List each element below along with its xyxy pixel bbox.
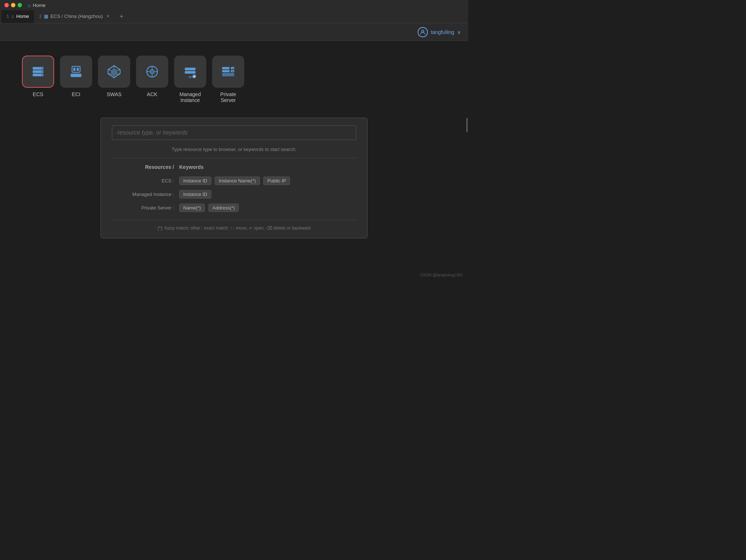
- search-hint: Type resource type to browser, or keywor…: [112, 147, 356, 152]
- username-label: tangfuiling: [431, 29, 454, 35]
- svg-point-5: [41, 71, 43, 72]
- service-icon-eci: [60, 56, 92, 88]
- tab-home[interactable]: 1 ⌂ Home: [1, 10, 34, 23]
- svg-point-6: [41, 74, 43, 76]
- window-title: ⌂ Home: [28, 3, 46, 8]
- service-label-private-server: Private Server: [220, 91, 236, 103]
- watermark: CSDN @tangfuling1991: [420, 273, 463, 277]
- keyword-instance-id-managed[interactable]: Instance ID: [179, 190, 211, 198]
- service-card-eci[interactable]: ECI: [60, 56, 92, 103]
- service-card-managed-instance[interactable]: Managed Instance: [174, 56, 206, 103]
- chevron-down-icon: ∨: [457, 29, 461, 35]
- service-label-swas: SWAS: [107, 91, 122, 97]
- keywords-managed-instance: Instance ID: [179, 188, 355, 201]
- traffic-lights: [4, 3, 22, 7]
- tab-number-2: 2: [39, 14, 42, 19]
- service-label-ecs: ECS: [33, 91, 44, 97]
- tab-number-1: 1: [7, 14, 9, 19]
- svg-rect-27: [185, 71, 195, 73]
- table-row-ecs: ECS : Instance ID Instance Name(*) Publi…: [113, 174, 355, 187]
- home-icon-tab: ⌂: [11, 14, 14, 19]
- service-card-swas[interactable]: SWAS: [98, 56, 130, 103]
- keyword-public-ip[interactable]: Public IP: [263, 177, 290, 185]
- user-avatar: [418, 27, 428, 37]
- header: tangfuiling ∨: [0, 23, 468, 41]
- keywords-private-server: Name(*) Address(*): [179, 201, 355, 214]
- service-icon-ack: [136, 56, 168, 88]
- keywords-ecs: Instance ID Instance Name(*) Public IP: [179, 174, 355, 187]
- divider-top: [112, 158, 356, 158]
- close-button[interactable]: [4, 3, 9, 7]
- svg-point-4: [41, 68, 43, 69]
- tab-close-button[interactable]: ✕: [105, 14, 111, 19]
- service-card-private-server[interactable]: Private Server: [212, 56, 244, 103]
- service-label-managed-instance: Managed Instance: [180, 91, 201, 103]
- resource-managed-instance: Managed Instance :: [113, 188, 178, 201]
- tab-ecs[interactable]: 2 ▦ ECS / China (Hangzhou) ✕: [34, 10, 116, 23]
- resources-header: Resources /: [113, 164, 178, 174]
- tab-bar: 1 ⌂ Home 2 ▦ ECS / China (Hangzhou) ✕ +: [0, 10, 468, 23]
- service-label-ack: ACK: [147, 91, 158, 97]
- service-icon-swas: [98, 56, 130, 88]
- tab-ecs-label: ECS / China (Hangzhou): [50, 14, 103, 19]
- svg-marker-12: [111, 68, 117, 76]
- scrollbar[interactable]: [466, 41, 468, 209]
- service-icon-private-server: [212, 56, 244, 88]
- resource-ecs: ECS :: [113, 174, 178, 187]
- main-content: ECS ECI: [0, 41, 468, 280]
- table-row-managed-instance: Managed Instance : Instance ID: [113, 188, 355, 201]
- resources-table: Resources / Keywords ECS : Instance ID I…: [112, 163, 356, 215]
- service-card-ack[interactable]: ACK: [136, 56, 168, 103]
- svg-rect-30: [222, 70, 230, 72]
- services-grid: ECS ECI: [22, 56, 446, 103]
- minimize-button[interactable]: [11, 3, 15, 7]
- search-footer: (*): fuzzy match; other : exact match; ↑…: [112, 226, 356, 231]
- resource-private-server: Private Server :: [113, 201, 178, 214]
- keywords-header: Keywords: [179, 164, 355, 174]
- svg-rect-7: [72, 66, 80, 72]
- svg-point-0: [422, 30, 424, 32]
- service-card-ecs[interactable]: ECS: [22, 56, 54, 103]
- keyword-instance-name[interactable]: Instance Name(*): [215, 177, 260, 185]
- search-input-wrapper: [112, 125, 356, 140]
- divider-bottom: [112, 220, 356, 220]
- keyword-name[interactable]: Name(*): [179, 204, 205, 212]
- service-icon-managed-instance: [174, 56, 206, 88]
- home-icon-titlebar: ⌂: [28, 3, 31, 8]
- service-icon-ecs: [22, 56, 54, 88]
- tab-home-label: Home: [16, 14, 29, 19]
- svg-rect-26: [185, 68, 195, 70]
- table-row-private-server: Private Server : Name(*) Address(*): [113, 201, 355, 214]
- titlebar: ⌂ Home: [0, 0, 468, 10]
- svg-rect-10: [71, 74, 81, 77]
- ecs-icon-tab: ▦: [44, 14, 48, 19]
- search-input[interactable]: [112, 125, 356, 140]
- svg-rect-33: [222, 73, 234, 76]
- scrollbar-thumb: [466, 118, 468, 132]
- keyword-address[interactable]: Address(*): [208, 204, 239, 212]
- svg-point-34: [232, 68, 234, 70]
- title-text: Home: [33, 3, 46, 8]
- keyword-instance-id-ecs[interactable]: Instance ID: [179, 177, 211, 185]
- svg-rect-8: [74, 68, 76, 71]
- svg-point-25: [151, 71, 153, 73]
- maximize-button[interactable]: [18, 3, 22, 7]
- user-profile[interactable]: tangfuiling ∨: [418, 27, 461, 37]
- service-label-eci: ECI: [72, 91, 80, 97]
- search-area: Type resource type to browser, or keywor…: [101, 118, 368, 238]
- add-tab-button[interactable]: +: [116, 10, 127, 23]
- svg-rect-29: [222, 67, 230, 69]
- svg-point-35: [232, 71, 234, 72]
- svg-rect-9: [77, 68, 79, 71]
